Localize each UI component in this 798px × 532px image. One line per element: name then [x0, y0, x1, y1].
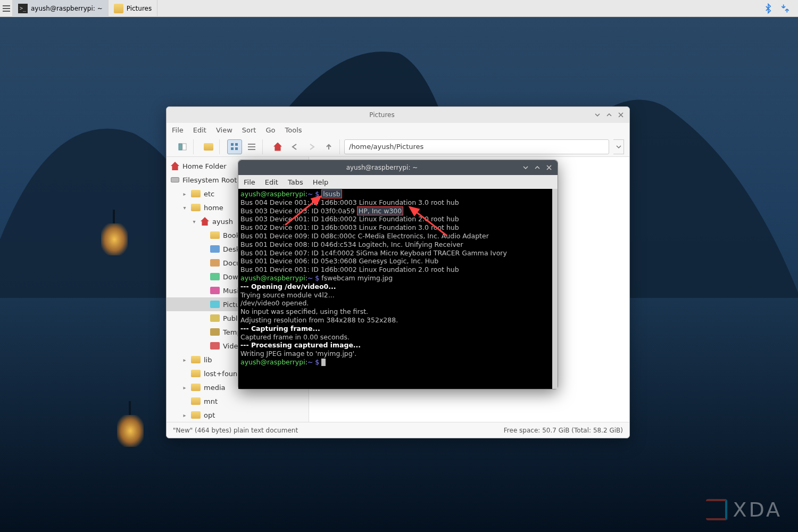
terminal-line: Bus 001 Device 001: ID 1d6b:0002 Linux F…: [240, 265, 555, 274]
term-menu-edit[interactable]: Edit: [265, 178, 278, 186]
nav-up-button[interactable]: [321, 139, 336, 154]
tree-item-label: lib: [204, 356, 212, 364]
sidebar-toggle-button[interactable]: [175, 139, 190, 154]
tree-item-label: etc: [204, 190, 214, 198]
expand-toggle[interactable]: ▾: [191, 219, 197, 225]
expand-toggle[interactable]: ▾: [181, 205, 188, 211]
svg-rect-8: [235, 143, 238, 146]
terminal-line: Bus 001 Device 008: ID 046d:c534 Logitec…: [240, 240, 555, 249]
taskbar-pictures-entry[interactable]: Pictures: [109, 0, 158, 17]
path-input[interactable]: [344, 139, 609, 154]
svg-rect-12: [248, 146, 255, 147]
terminal-line: Bus 001 Device 006: ID 05e3:0608 Genesys…: [240, 257, 555, 265]
terminal-line: No input was specified, using the first.: [240, 307, 555, 316]
svg-rect-6: [182, 144, 186, 150]
bluetooth-icon[interactable]: [763, 3, 774, 14]
tree-item-opt[interactable]: ▸opt: [167, 408, 309, 422]
folder-icon: [210, 301, 220, 308]
app-menu-button[interactable]: [0, 0, 13, 17]
folder-icon: [210, 245, 220, 253]
svg-rect-11: [248, 144, 255, 145]
terminal-line: Trying source module v4l2...: [240, 291, 555, 300]
term-menu-file[interactable]: File: [244, 178, 255, 186]
drive-icon: [171, 177, 179, 182]
terminal-line: Bus 002 Device 001: ID 1d6b:0003 Linux F…: [240, 223, 555, 232]
fm-menu-sort[interactable]: Sort: [242, 126, 256, 134]
terminal-line: Adjusting resolution from 384x288 to 352…: [240, 316, 555, 325]
fm-menu-tools[interactable]: Tools: [285, 126, 302, 134]
svg-rect-2: [3, 5, 10, 6]
svg-rect-10: [235, 147, 238, 150]
new-folder-button[interactable]: [201, 139, 216, 154]
tree-item-label: lost+found: [204, 370, 242, 378]
terminal-line: Bus 003 Device 003: ID 03f0:0a59 HP, Inc…: [240, 207, 555, 215]
svg-rect-7: [231, 143, 234, 146]
folder-icon: [210, 314, 220, 322]
expand-toggle[interactable]: ▸: [181, 385, 188, 390]
terminal-line: --- Opening /dev/video0...: [240, 282, 555, 291]
path-dropdown-button[interactable]: [613, 139, 624, 154]
expand-toggle[interactable]: ▸: [181, 191, 188, 197]
folder-icon: [210, 231, 220, 239]
term-titlebar[interactable]: ayush@raspberrypi: ~: [238, 160, 558, 175]
fm-menubar: File Edit View Sort Go Tools: [167, 123, 629, 137]
tree-item-mnt[interactable]: mnt: [167, 394, 309, 408]
nav-back-button[interactable]: [287, 139, 302, 154]
chevron-down-icon: [616, 144, 621, 149]
tree-item-label: media: [204, 384, 226, 392]
nav-forward-button[interactable]: [304, 139, 319, 154]
folder-icon: [191, 356, 201, 363]
terminal-icon: >_: [18, 4, 28, 13]
list-view-button[interactable]: [244, 139, 259, 154]
terminal-line: Writing JPEG image to 'myimg.jpg'.: [240, 350, 555, 358]
taskbar-terminal-entry[interactable]: >_ ayush@raspberrypi: ~: [13, 0, 109, 17]
tree-item-label: opt: [204, 411, 215, 419]
terminal-line: Bus 001 Device 009: ID 0d8c:000c C-Media…: [240, 232, 555, 240]
terminal-line: ayush@raspberrypi:~ $ fswebcam myimg.jpg: [240, 274, 555, 282]
folder-icon: [210, 287, 220, 294]
terminal-line: Bus 004 Device 001: ID 1d6b:0003 Linux F…: [240, 198, 555, 207]
fm-menu-go[interactable]: Go: [265, 126, 275, 134]
terminal-line: ayush@raspberrypi:~ $ lsusb: [240, 190, 555, 198]
svg-rect-13: [248, 149, 255, 150]
maximize-button[interactable]: [605, 111, 613, 119]
taskbar-terminal-label: ayush@raspberrypi: ~: [31, 5, 103, 12]
tree-item-label: home: [204, 204, 223, 212]
svg-rect-4: [3, 11, 10, 12]
term-minimize-button[interactable]: [521, 163, 530, 172]
terminal-window: ayush@raspberrypi: ~ File Edit Tabs Help…: [238, 160, 558, 389]
folder-icon: [210, 342, 220, 350]
fm-menu-edit[interactable]: Edit: [193, 126, 206, 134]
minimize-button[interactable]: [593, 111, 602, 119]
menu-icon: [3, 5, 10, 12]
expand-toggle[interactable]: ▸: [181, 412, 188, 418]
expand-toggle[interactable]: ▸: [181, 357, 188, 363]
status-left: "New" (464 bytes) plain text document: [173, 427, 298, 434]
fm-menu-file[interactable]: File: [172, 126, 184, 134]
fm-titlebar[interactable]: Pictures: [167, 107, 629, 123]
folder-icon: [210, 259, 220, 267]
tree-item-label: mnt: [204, 397, 218, 405]
svg-rect-3: [3, 8, 10, 9]
terminal-line: ayush@raspberrypi:~ $: [240, 358, 555, 367]
home-icon: [171, 162, 179, 170]
folder-icon: [191, 384, 201, 391]
fm-statusbar: "New" (464 bytes) plain text document Fr…: [167, 422, 629, 438]
icon-view-button[interactable]: [227, 139, 242, 154]
term-menu-tabs[interactable]: Tabs: [288, 178, 303, 186]
fm-menu-view[interactable]: View: [216, 126, 232, 134]
fm-title: Pictures: [171, 111, 593, 119]
folder-icon: [210, 328, 220, 336]
terminal-output[interactable]: ayush@raspberrypi:~ $ lsusbBus 004 Devic…: [238, 189, 558, 389]
nav-home-button[interactable]: [270, 139, 285, 154]
folder-icon: [210, 273, 220, 280]
term-close-button[interactable]: [545, 163, 553, 172]
folder-icon: [191, 411, 201, 419]
taskbar-pictures-label: Pictures: [127, 5, 152, 12]
close-button[interactable]: [617, 111, 625, 119]
term-menu-help[interactable]: Help: [313, 178, 329, 186]
network-icon[interactable]: [780, 3, 791, 14]
terminal-line: Bus 001 Device 007: ID 1c4f:0002 SiGma M…: [240, 249, 555, 257]
terminal-line: --- Processing captured image...: [240, 341, 555, 350]
term-maximize-button[interactable]: [533, 163, 542, 172]
